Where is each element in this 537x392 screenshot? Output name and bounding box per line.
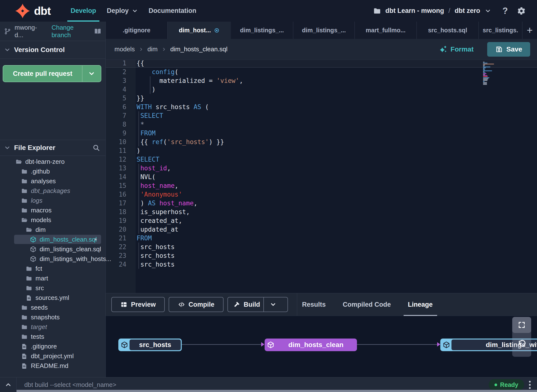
nav-item-develop[interactable]: Develop [71,0,107,22]
indent-guide [150,76,150,94]
breadcrumb-item[interactable]: dim [147,45,158,53]
file-tab-mart-fullmo-[interactable]: mart_fullmo... [355,22,417,39]
panel-tab-results[interactable]: Results [302,293,326,316]
save-button[interactable]: Save [487,42,530,57]
project-chevron-down-icon[interactable] [485,8,491,14]
reset-view-icon[interactable] [512,339,531,348]
code-line-text: host_name, [126,181,178,190]
breadcrumb-item[interactable]: models [114,45,135,53]
tree-item-src[interactable]: src [0,283,105,293]
search-icon[interactable] [92,144,100,152]
code-line-17[interactable]: 17 ) AS host_name, [106,199,537,208]
change-branch-link[interactable]: Change branch [52,24,94,39]
code-line-24[interactable]: 24 src_hosts [106,260,537,269]
code-line-8[interactable]: 8 * [106,120,537,129]
tree-item-seeds[interactable]: seeds [0,303,105,312]
tree-item-mart[interactable]: mart [0,273,105,283]
format-button[interactable]: Format [439,45,474,54]
code-line-14[interactable]: 14 NVL( [106,173,537,181]
tree-item-dim-listings-with-hosts-[interactable]: dim_listings_with_hosts... [0,254,105,264]
file-tab-dim-host-[interactable]: dim_host... [168,22,231,39]
code-line-15[interactable]: 15 host_name, [106,181,537,190]
file-explorer-header[interactable]: File Explorer [0,140,105,156]
fullscreen-icon[interactable] [512,317,531,333]
save-floppy-icon [495,45,503,53]
file-tab-dim-listings-[interactable]: dim_listings_... [231,22,293,39]
settings-gear-icon[interactable] [517,7,526,15]
tree-item-dbt-packages[interactable]: dbt_packages [0,186,105,196]
panel-tab-lineage[interactable]: Lineage [408,293,433,316]
tree-item-dbt-learn-zero[interactable]: dbt-learn-zero [0,157,105,166]
branch-name: mwong-d... [15,24,45,39]
code-line-22[interactable]: 22 src_hosts [106,243,537,251]
tree-item-dbt-project-yml[interactable]: dbt_project.yml [0,351,105,361]
code-line-18[interactable]: 18 is_superhost, [106,208,537,216]
code-line-6[interactable]: 6WITH src_hosts AS ( [106,103,537,111]
code-line-5[interactable]: 5}} [106,94,537,103]
pull-request-dropdown-chevron-icon[interactable] [82,70,101,77]
tree-item-snapshots[interactable]: snapshots [0,312,105,322]
tree-item-analyses[interactable]: analyses [0,176,105,186]
version-control-header[interactable]: Version Control [0,41,105,59]
lineage-node-src-hosts[interactable]: src_hosts [118,339,182,351]
tree-item-tests[interactable]: tests [0,332,105,341]
code-line-23[interactable]: 23 src_hosts [106,251,537,260]
nav-item-deploy[interactable]: Deploy [107,0,149,22]
command-input[interactable] [24,381,389,389]
build-dropdown-chevron-icon[interactable] [263,297,282,312]
collapse-chevron-up-icon[interactable] [0,377,17,392]
file-tab-src-listings-[interactable]: src_listings. [479,22,522,39]
account-name[interactable]: dbt Learn - mwong [385,7,444,15]
docs-book-icon[interactable] [94,27,102,35]
build-button[interactable]: Build [227,297,288,312]
tree-item-sources-yml[interactable]: sources.yml [0,293,105,303]
tree-item--gitignore[interactable]: .gitignore [0,341,105,351]
code-line-20[interactable]: 20 updated_at [106,225,537,234]
project-name[interactable]: dbt zero [455,7,480,15]
horizontal-scrollbar[interactable] [17,390,537,392]
code-editor[interactable]: 1{{2 config(3 materialized = 'view',4 )5… [106,60,537,293]
code-line-text: FROM [126,129,156,138]
tree-item-dim[interactable]: dim [0,225,105,235]
create-pull-request-button[interactable]: Create pull request [3,65,101,82]
compile-button[interactable]: Compile [169,297,224,312]
tree-item-fct[interactable]: fct [0,264,105,273]
tree-item-logs[interactable]: logs [0,196,105,205]
code-line-2[interactable]: 2 config( [106,68,537,76]
folder-icon [26,285,32,291]
breadcrumb-item[interactable]: dim_hosts_clean.sql [170,45,228,53]
tree-item-macros[interactable]: macros [0,205,105,215]
code-line-19[interactable]: 19 created_at, [106,216,537,225]
kebab-menu-icon[interactable] [529,381,531,389]
code-line-1[interactable]: 1{{ [106,60,537,68]
panel-tab-compiled-code[interactable]: Compiled Code [343,293,391,316]
dbt-logo[interactable]: dbt [15,3,51,19]
file-tab-dim-listings-[interactable]: dim_listings_... [293,22,355,39]
tree-item-target[interactable]: target [0,322,105,332]
code-line-13[interactable]: 13 host_id, [106,164,537,173]
code-line-16[interactable]: 16 'Anonymous' [106,190,537,199]
code-line-11[interactable]: 11) [106,146,537,155]
code-line-3[interactable]: 3 materialized = 'view', [106,76,537,85]
preview-button[interactable]: Preview [111,297,165,312]
code-line-4[interactable]: 4 ) [106,85,537,94]
tree-item--github[interactable]: .github [0,166,105,176]
lineage-graph[interactable]: src_hostsdim_hosts_cleandim_listings_wit… [106,316,537,377]
tree-item-models[interactable]: models [0,215,105,225]
minimap[interactable] [483,62,496,85]
tree-item-readme-md[interactable]: README.md [0,361,105,371]
tree-item-dim-hosts-clean-sql[interactable]: dim_hosts_clean.sql [0,235,105,244]
new-tab-button[interactable]: + [522,22,537,39]
file-tab--gitignore[interactable]: .gitignore [106,22,168,39]
code-line-7[interactable]: 7 SELECT [106,111,537,120]
code-line-12[interactable]: 12SELECT [106,155,537,164]
file-tab-src-hosts-sql[interactable]: src_hosts.sql [417,22,479,39]
tree-item-dim-listings-clean-sql[interactable]: dim_listings_clean.sql [0,244,105,254]
nav-item-documentation[interactable]: Documentation [149,0,207,22]
line-number: 12 [106,155,126,164]
help-icon[interactable]: ? [502,6,508,16]
code-line-9[interactable]: 9 FROM [106,129,537,138]
code-line-10[interactable]: 10 {{ ref('src_hosts') }} [106,138,537,146]
code-line-21[interactable]: 21FROM [106,234,537,243]
lineage-node-dim-hosts-clean[interactable]: dim_hosts_clean [265,339,357,351]
